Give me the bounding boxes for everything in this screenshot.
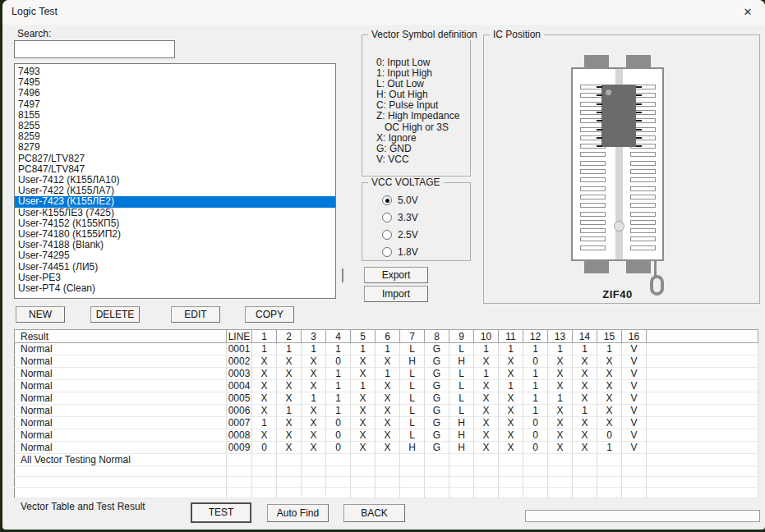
result-cell: Normal	[15, 429, 227, 442]
list-item[interactable]: 8259	[15, 131, 335, 142]
pin-cell: 0	[326, 442, 351, 454]
pin-slot	[580, 245, 606, 250]
list-item[interactable]: 8279	[15, 142, 335, 153]
pin-cell: X	[302, 429, 326, 442]
back-button[interactable]: BACK	[343, 504, 405, 522]
pin-cell: L	[400, 343, 425, 355]
pin-slot	[580, 195, 606, 200]
list-item[interactable]: User-74295	[15, 250, 335, 261]
pin-cell: X	[277, 417, 302, 429]
table-row: Normal0005XX11XXLGLXX11XXV	[15, 392, 758, 405]
progress-bar	[525, 510, 760, 522]
list-item[interactable]: User-7423 (К155ЛЕ2)	[15, 196, 335, 207]
new-button[interactable]: NEW	[16, 306, 65, 323]
list-item[interactable]: User-PT4 (Clean)	[15, 283, 335, 294]
radio-icon[interactable]	[382, 195, 392, 205]
list-item[interactable]: 8155	[15, 110, 335, 121]
pin-cell: X	[302, 368, 326, 380]
result-cell: Normal	[15, 368, 227, 380]
pin-cell: X	[351, 355, 376, 368]
vcc-voltage-options: 5.0V3.3V2.5V1.8V	[382, 195, 418, 264]
list-item[interactable]: 8255	[15, 121, 335, 131]
ic-listbox[interactable]: 74937495749674978155825582598279PC827/LT…	[14, 63, 336, 299]
pin-cell	[573, 466, 597, 477]
pin-cell: X	[351, 368, 376, 380]
pin-cell: X	[302, 417, 326, 429]
pin-cell: V	[622, 368, 647, 380]
close-icon[interactable]: ✕	[735, 2, 761, 23]
filler-cell	[647, 466, 758, 477]
search-label: Search:	[17, 28, 51, 39]
pin-tick	[636, 94, 642, 96]
pin-cell	[548, 488, 573, 498]
list-item[interactable]: 7496	[15, 88, 335, 99]
pin-cell: X	[573, 429, 597, 442]
list-item[interactable]: User-К155ЛЕ3 (7425)	[15, 208, 335, 218]
line-cell: 0007	[227, 417, 252, 429]
radio-icon[interactable]	[382, 213, 392, 222]
list-item[interactable]: 7495	[15, 77, 335, 88]
pin-cell	[425, 466, 449, 477]
pin-cell: X	[351, 392, 376, 405]
radio-icon[interactable]	[382, 247, 392, 257]
pin-cell: 1	[523, 380, 548, 392]
pin-cell	[326, 488, 351, 498]
pin-slot	[580, 212, 606, 217]
vcc-option-2.5V[interactable]: 2.5V	[382, 229, 418, 241]
column-header-filler	[647, 330, 758, 343]
column-header: 12	[523, 330, 548, 343]
import-button[interactable]: Import	[364, 286, 428, 302]
export-button[interactable]: Export	[364, 267, 428, 283]
pin-cell	[573, 454, 597, 466]
socket-label: ZIF40	[571, 288, 664, 300]
pin-cell: L	[400, 392, 425, 405]
pin-cell: X	[573, 442, 597, 454]
search-input[interactable]	[14, 40, 175, 58]
test-button[interactable]: TEST	[191, 502, 251, 523]
pin-slot	[580, 169, 606, 174]
delete-button[interactable]: DELETE	[90, 306, 140, 323]
vcc-voltage-group-title: VCC VOLTAGE	[368, 177, 444, 188]
pin-cell: X	[351, 405, 376, 417]
list-item[interactable]: User-74451 (ЛИ5)	[15, 262, 335, 273]
pin-tick	[636, 103, 642, 105]
list-item[interactable]: PC827/LTV827	[15, 154, 335, 164]
pin-cell: G	[425, 355, 449, 368]
vcc-option-3.3V[interactable]: 3.3V	[382, 212, 418, 223]
pin-cell	[277, 466, 302, 477]
edit-button[interactable]: EDIT	[171, 306, 220, 323]
list-item[interactable]: 7493	[15, 66, 335, 77]
ic-chip	[601, 85, 636, 147]
auto-find-button[interactable]: Auto Find	[267, 504, 329, 522]
pin-cell: X	[548, 417, 573, 429]
vcc-option-1.8V[interactable]: 1.8V	[382, 246, 418, 258]
vcc-option-5.0V[interactable]: 5.0V	[382, 195, 418, 206]
filler-cell	[647, 405, 758, 417]
result-cell: Normal	[15, 380, 227, 392]
pin-cell: V	[622, 343, 647, 355]
pin-cell	[523, 477, 548, 488]
column-header: 5	[351, 330, 376, 343]
pin-cell	[499, 488, 523, 498]
pin-cell: V	[622, 380, 647, 392]
list-item[interactable]: 7497	[15, 99, 335, 110]
pin-cell	[622, 488, 647, 498]
pin-cell	[548, 477, 573, 488]
pin-cell: X	[548, 405, 573, 417]
pin-cell	[326, 454, 351, 466]
pin-cell	[400, 466, 425, 477]
pin-cell	[449, 488, 474, 498]
pin-tick	[636, 86, 642, 88]
copy-button[interactable]: COPY	[245, 306, 294, 323]
pin-cell	[425, 488, 449, 498]
pin-cell	[252, 466, 277, 477]
radio-icon[interactable]	[382, 230, 392, 240]
pin-cell: V	[622, 405, 647, 417]
pin-cell	[449, 477, 474, 488]
pin-cell: X	[499, 392, 523, 405]
pin-cell	[252, 477, 277, 488]
pin-cell: X	[376, 392, 400, 405]
filler-cell	[647, 368, 758, 380]
pin1-dot-icon	[606, 89, 611, 95]
pin-cell	[376, 477, 400, 488]
